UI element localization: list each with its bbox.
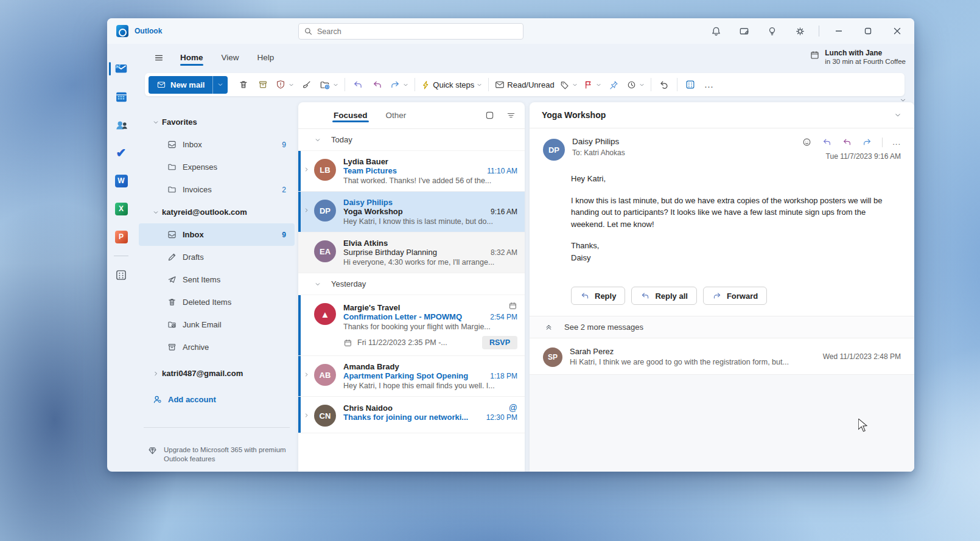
powerpoint-app-icon: P (115, 231, 128, 243)
rail-item-todo[interactable]: ✔ (107, 139, 135, 167)
emoji-reaction-icon[interactable] (802, 137, 812, 147)
ribbon-toolbar: New mail Quick steps Read/Unread (145, 73, 905, 96)
mail-row-amanda-brady[interactable]: AB Amanda Brady Apartment Parking Spot O… (298, 356, 525, 397)
reply-button[interactable] (348, 75, 368, 94)
forward-button[interactable] (387, 75, 411, 94)
toolbar-overflow-button[interactable]: ... (700, 80, 719, 89)
forward-button[interactable]: Forward (703, 287, 767, 305)
categorize-button[interactable] (557, 75, 581, 94)
report-button[interactable] (273, 75, 297, 94)
chevron-down-icon (152, 209, 162, 216)
see-more-messages[interactable]: See 2 more messages (530, 316, 914, 338)
sweep-button[interactable] (297, 75, 317, 94)
tab-home[interactable]: Home (174, 51, 209, 66)
message-more-button[interactable]: ... (892, 138, 901, 147)
folder-expenses[interactable]: Expenses (139, 156, 295, 178)
settings-button[interactable] (788, 22, 811, 40)
reading-pane-empty-area (530, 375, 914, 472)
forward-icon[interactable] (862, 137, 872, 147)
chevron-down-icon (152, 119, 162, 126)
new-mail-split-button: New mail (149, 76, 228, 94)
upgrade-banner[interactable]: Upgrade to Microsoft 365 with premium Ou… (147, 445, 286, 464)
read-unread-button[interactable]: Read/Unread (492, 75, 556, 94)
folder-deleted-items[interactable]: Deleted Items (139, 291, 295, 313)
excel-app-icon: X (115, 203, 128, 215)
archive-button[interactable] (253, 75, 273, 94)
calendar-icon (810, 50, 820, 60)
nav-toggle-button[interactable] (150, 50, 168, 66)
account-gmail-header[interactable]: katri0487@gmail.com (139, 362, 295, 385)
tips-button[interactable] (760, 22, 783, 40)
group-header-yesterday[interactable]: Yesterday (298, 273, 525, 295)
body-paragraph: I know this is last minute, but do we ha… (571, 195, 884, 231)
new-mail-button[interactable]: New mail (149, 76, 212, 94)
reply-all-button[interactable]: Reply all (631, 287, 696, 305)
see-more-label: See 2 more messages (564, 323, 643, 332)
folder-favorites-inbox[interactable]: Inbox 9 (139, 133, 295, 156)
group-header-today[interactable]: Today (298, 129, 525, 151)
snooze-button[interactable] (624, 75, 648, 94)
new-mail-dropdown[interactable] (212, 76, 228, 94)
mail-row-lydia-bauer[interactable]: LB Lydia Bauer Team Pictures11:10 AM Tha… (298, 151, 525, 192)
chevron-down-icon (288, 82, 295, 88)
folder-inbox-selected[interactable]: Inbox 9 (139, 223, 295, 246)
flag-button[interactable] (581, 75, 604, 94)
search-input[interactable] (317, 27, 500, 36)
tab-help[interactable]: Help (251, 51, 281, 66)
reply-all-button[interactable] (368, 75, 387, 94)
reply-icon[interactable] (822, 137, 832, 147)
folder-junk-email[interactable]: Junk Email (139, 313, 295, 336)
quick-steps-button[interactable]: Quick steps (418, 75, 485, 94)
delete-button[interactable] (234, 75, 253, 94)
tab-view[interactable]: View (215, 51, 245, 66)
subject: Team Pictures (343, 166, 482, 175)
rail-item-mail[interactable] (107, 55, 135, 83)
select-messages-icon[interactable] (485, 110, 495, 120)
folder-label: Invoices (183, 185, 282, 194)
rail-item-more-apps[interactable] (107, 261, 135, 289)
pin-button[interactable] (604, 75, 624, 94)
mail-row-margies-travel[interactable]: ▲ Margie's Travel Confirmation Letter - … (298, 295, 525, 356)
mail-row-chris-naidoo[interactable]: CN Chris Naidoo@ Thanks for joining our … (298, 397, 525, 433)
reply-all-icon[interactable] (842, 137, 852, 147)
tab-focused[interactable]: Focused (332, 105, 369, 126)
rail-item-calendar[interactable] (107, 83, 135, 111)
mail-row-elvia-atkins[interactable]: EA Elvia Atkins Surprise Birthday Planni… (298, 232, 525, 273)
browse-groups-button[interactable] (681, 75, 700, 94)
bell-icon (710, 26, 722, 37)
folder-archive[interactable]: Archive (139, 336, 295, 358)
folder-sent-items[interactable]: Sent Items (139, 268, 295, 291)
account-outlook-header[interactable]: katyreid@outlook.com (139, 201, 295, 223)
rail-item-word[interactable]: W (107, 167, 135, 195)
folder-invoices[interactable]: Invoices 2 (139, 178, 295, 201)
people-app-icon (114, 118, 128, 132)
mail-row-daisy-philips[interactable]: DP Daisy Philips Yoga Workshop9:16 AM He… (298, 192, 525, 232)
filter-icon[interactable] (506, 110, 516, 120)
close-button[interactable] (885, 22, 909, 40)
reply-button[interactable]: Reply (571, 287, 625, 305)
notifications-button[interactable] (704, 22, 727, 40)
premium-diamond-icon (147, 445, 158, 464)
account-label: katri0487@gmail.com (162, 369, 286, 378)
rail-item-people[interactable] (107, 111, 135, 139)
avatar: DP (314, 200, 336, 222)
undo-button[interactable] (654, 75, 674, 94)
collapsed-message-sarah-perez[interactable]: SP Sarah Perez Hi Katri, I think we are … (530, 338, 914, 375)
collapse-conversation-button[interactable] (894, 111, 902, 119)
search-box[interactable] (298, 23, 523, 40)
favorites-header[interactable]: Favorites (139, 111, 295, 133)
rail-divider (114, 256, 128, 256)
chevron-down-icon (314, 281, 321, 288)
move-to-button[interactable] (317, 75, 341, 94)
rsvp-button[interactable]: RSVP (482, 336, 517, 349)
tab-other[interactable]: Other (385, 105, 408, 126)
rail-item-excel[interactable]: X (107, 195, 135, 223)
chevron-down-icon (639, 82, 645, 88)
minimize-button[interactable] (827, 22, 851, 40)
calendar-reminder[interactable]: Lunch with Jane in 30 min at Fourth Coff… (810, 49, 906, 65)
folder-drafts[interactable]: Drafts (139, 246, 295, 268)
maximize-button[interactable] (856, 22, 880, 40)
rail-item-powerpoint[interactable]: P (107, 223, 135, 251)
feedback-button[interactable] (732, 22, 755, 40)
add-account-button[interactable]: Add account (139, 388, 295, 411)
